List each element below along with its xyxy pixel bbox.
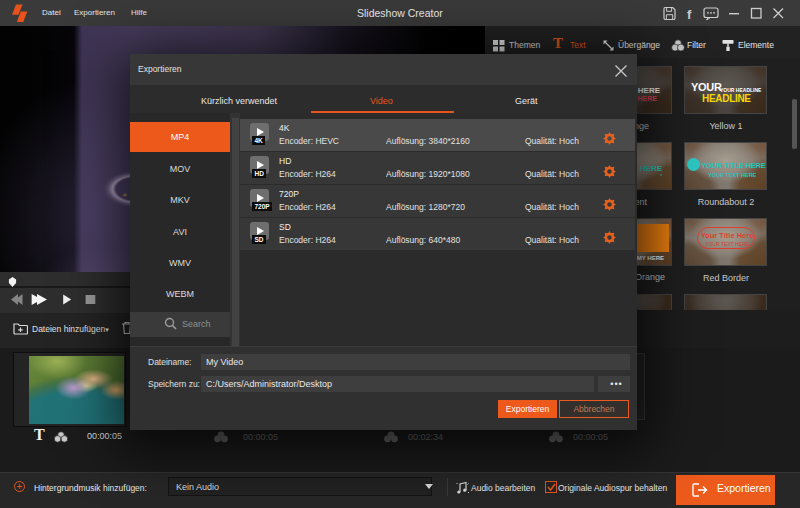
svg-text:f: f [687,7,692,20]
